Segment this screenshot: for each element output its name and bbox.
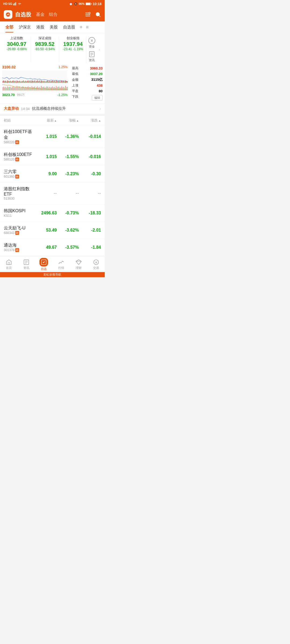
header-actions xyxy=(85,12,101,17)
news-icon xyxy=(23,259,30,265)
stat-high-value: 3060.33 xyxy=(90,66,103,70)
tab-us[interactable]: 美股 xyxy=(47,22,60,32)
svg-rect-17 xyxy=(3,80,4,83)
news-bar[interactable]: 大盘异动 14:34 抗流感概念持续拉升 › xyxy=(0,103,105,114)
svg-text:点击看大图: 点击看大图 xyxy=(29,79,41,82)
stat-up-value: 438 xyxy=(97,83,103,87)
svg-rect-63 xyxy=(47,81,47,83)
expand-arrow[interactable]: › xyxy=(97,36,101,63)
stock-row-5[interactable]: 云天励飞-U688343融53.49-3.62%-2.01 xyxy=(0,222,105,239)
bottom-nav: 首页 资讯 自选 行情 理财 xyxy=(0,256,105,272)
svg-rect-91 xyxy=(7,86,8,90)
btn-funds[interactable]: ¥ 资金 xyxy=(88,37,95,49)
nav-home-label: 首页 xyxy=(6,266,12,270)
svg-rect-142 xyxy=(55,88,56,90)
app-logo xyxy=(4,10,12,19)
chart-volume: 991万 xyxy=(17,93,25,97)
header-nav-portfolio[interactable]: 组合 xyxy=(49,12,57,17)
svg-rect-123 xyxy=(37,86,38,90)
svg-rect-68 xyxy=(51,81,52,83)
svg-rect-20 xyxy=(6,82,7,83)
stock-row-4[interactable]: 韩国KOSPIKS112496.63-0.73%-18.33 xyxy=(0,204,105,222)
svg-rect-115 xyxy=(30,87,30,90)
btn-news[interactable]: 资讯 xyxy=(88,51,95,62)
wifi-icon xyxy=(18,2,21,5)
nav-watchlist[interactable]: 自选 xyxy=(35,258,52,271)
svg-rect-64 xyxy=(48,80,48,83)
svg-rect-34 xyxy=(19,81,20,83)
stock-price-5: 53.49 xyxy=(35,228,57,233)
stock-change-5: -3.62% xyxy=(57,228,79,233)
signal-icon xyxy=(13,2,17,5)
stock-name-col-3: 港股红利指数ETF513630 xyxy=(4,186,35,200)
nav-finance-label: 理财 xyxy=(76,266,82,270)
svg-rect-155 xyxy=(67,87,68,90)
col-header-price[interactable]: 最新 ▲ xyxy=(35,118,57,123)
index-chinext[interactable]: 创业板指 1937.94 -23.41 -1.19% xyxy=(60,36,86,63)
search-icon[interactable] xyxy=(95,12,101,17)
doc-icon xyxy=(88,51,95,58)
svg-rect-93 xyxy=(9,87,10,90)
col-header-diff[interactable]: 涨跌 ▲ xyxy=(79,118,101,123)
svg-rect-88 xyxy=(5,87,5,90)
index-shanghai-name: 上证指数 xyxy=(4,36,30,41)
stock-code-4: KS11 xyxy=(4,214,35,218)
tab-add-icon[interactable]: + xyxy=(78,24,84,30)
chart-left[interactable]: 3100.02 1.25% xyxy=(0,65,70,101)
home-icon xyxy=(6,259,12,265)
nav-home[interactable]: 首页 xyxy=(0,258,17,271)
tab-all[interactable]: 全部 xyxy=(3,22,16,32)
svg-rect-117 xyxy=(32,86,32,90)
svg-rect-102 xyxy=(18,87,18,90)
rong-badge-0: 融 xyxy=(15,140,19,144)
stock-diff-3: -- xyxy=(79,191,101,196)
market-overview: 上证指数 3040.97 -20.89 -0.68% 深证成指 9839.52 … xyxy=(0,33,105,63)
news-time: 14:34 xyxy=(21,107,30,111)
tab-hushen[interactable]: 沪深京 xyxy=(16,22,34,32)
svg-rect-75 xyxy=(58,81,58,83)
chart-svg: 点击看大图 xyxy=(2,70,68,91)
svg-rect-129 xyxy=(43,87,44,90)
svg-rect-150 xyxy=(63,87,63,90)
svg-rect-26 xyxy=(12,81,13,83)
nav-trade[interactable]: ¥ 交易 xyxy=(87,258,105,271)
svg-rect-62 xyxy=(46,81,46,83)
tab-watchlist[interactable]: 自选股 xyxy=(60,22,78,32)
news-arrow-icon: › xyxy=(100,106,101,111)
svg-rect-25 xyxy=(11,82,12,83)
stock-row-0[interactable]: 科创100ETF基金588220融1.015-1.36%-0.014 xyxy=(0,125,105,148)
stock-name-col-2: 三六零601360融 xyxy=(4,169,35,178)
stock-name-col-6: 通达海301378融 xyxy=(4,243,35,252)
svg-rect-97 xyxy=(13,86,13,90)
svg-rect-147 xyxy=(60,88,60,90)
stock-row-3[interactable]: 港股红利指数ETF513630------ xyxy=(0,182,105,204)
header-nav-funds[interactable]: 基金 xyxy=(36,12,45,17)
col-header-change[interactable]: 涨幅 ▲ xyxy=(57,118,79,123)
index-shanghai[interactable]: 上证指数 3040.97 -20.89 -0.68% xyxy=(4,36,30,63)
battery-text: 96% xyxy=(79,2,85,5)
tab-menu-icon[interactable]: ≡ xyxy=(85,24,90,30)
stock-change-6: -3.57% xyxy=(57,245,79,250)
svg-rect-157 xyxy=(8,262,10,265)
stock-row-1[interactable]: 科创板100ETF588120融1.015-1.55%-0.016 xyxy=(0,148,105,165)
settings-icon[interactable] xyxy=(85,12,91,17)
nav-news[interactable]: 资讯 xyxy=(17,258,35,271)
index-chinext-change: -23.41 -1.19% xyxy=(60,47,86,51)
stock-row-6[interactable]: 通达海301378融49.67-3.57%-1.84 xyxy=(0,239,105,256)
nav-market[interactable]: 行情 xyxy=(52,258,70,271)
svg-rect-98 xyxy=(14,87,15,90)
index-shenzhen[interactable]: 深证成指 9839.52 -93.50 -0.94% xyxy=(32,36,58,63)
svg-rect-76 xyxy=(59,81,59,83)
tab-hk[interactable]: 港股 xyxy=(34,22,47,32)
svg-rect-95 xyxy=(11,88,12,90)
svg-rect-109 xyxy=(24,88,25,90)
edit-button[interactable]: 编辑 xyxy=(92,95,103,101)
nav-finance[interactable]: 理财 xyxy=(70,258,87,271)
svg-rect-132 xyxy=(46,87,46,90)
divider-2 xyxy=(59,37,59,62)
svg-rect-154 xyxy=(66,87,67,90)
svg-rect-24 xyxy=(10,81,11,83)
svg-rect-71 xyxy=(54,81,55,83)
stock-row-2[interactable]: 三六零601360融9.00-3.23%-0.30 xyxy=(0,165,105,182)
svg-rect-2 xyxy=(15,3,15,5)
